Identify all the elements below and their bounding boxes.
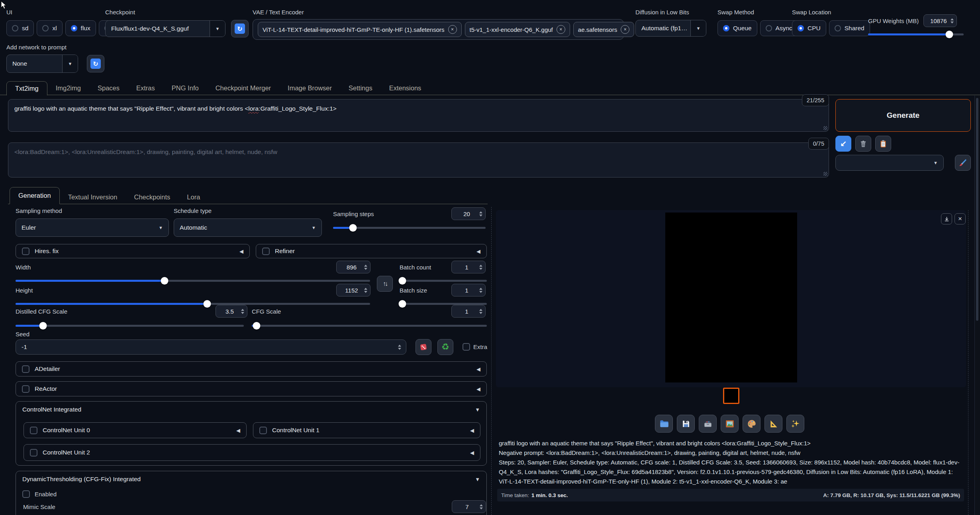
width-input[interactable]: 896 <box>336 261 370 273</box>
save-image-button[interactable] <box>677 415 695 433</box>
low-bits-dropdown[interactable]: Automatic (fp16 LoRA) ▼ <box>635 20 706 37</box>
open-folder-button[interactable] <box>655 415 673 433</box>
tab-txt2img[interactable]: Txt2img <box>6 81 47 96</box>
adetailer-checkbox[interactable] <box>22 365 29 373</box>
edit-styles-button[interactable] <box>955 155 971 171</box>
upscale-button[interactable] <box>786 415 804 433</box>
tab-textual-inversion[interactable]: Textual Inversion <box>60 190 126 204</box>
tab-img2img[interactable]: Img2img <box>47 81 89 95</box>
controlnet-unit1-checkbox[interactable] <box>259 427 267 434</box>
tab-checkpoints[interactable]: Checkpoints <box>125 190 178 204</box>
reactor-checkbox[interactable] <box>22 385 29 393</box>
checkpoint-dropdown[interactable]: Flux/flux1-dev-Q4_K_S.gguf ▼ <box>105 20 225 37</box>
save-zip-button[interactable] <box>699 415 717 433</box>
apply-styles-button[interactable] <box>875 136 891 152</box>
tab-extensions[interactable]: Extensions <box>381 81 430 95</box>
close-preview-button[interactable]: × <box>955 213 966 224</box>
controlnet-unit2-accordion[interactable]: ControlNet Unit 2 ◀ <box>24 444 480 461</box>
hires-fix-checkbox[interactable] <box>22 248 29 255</box>
prompt-textarea[interactable]: graffiti logo with an aquatic theme that… <box>8 99 829 132</box>
download-image-button[interactable] <box>941 213 952 224</box>
gpu-weights-input[interactable]: 10876 <box>923 14 957 27</box>
adetailer-accordion[interactable]: ADetailer ◀ <box>16 361 487 376</box>
spinner-icon[interactable] <box>364 265 367 270</box>
panel-resize-handle[interactable] <box>491 207 492 515</box>
hires-fix-accordion[interactable]: Hires. fix ◀ <box>16 244 250 258</box>
batch-size-input[interactable]: 1 <box>451 284 486 297</box>
schedule-type-dropdown[interactable]: Automatic ▼ <box>174 218 322 237</box>
remove-chip-icon[interactable]: × <box>448 25 457 34</box>
tab-png-info[interactable]: PNG Info <box>163 81 207 95</box>
tab-image-browser[interactable]: Image Browser <box>279 81 340 95</box>
height-input[interactable]: 1152 <box>336 284 370 297</box>
remove-chip-icon[interactable]: × <box>621 25 629 34</box>
cfg-scale-slider[interactable] <box>252 322 487 330</box>
enabled-checkbox[interactable] <box>22 490 30 498</box>
batch-count-input[interactable]: 1 <box>451 261 486 273</box>
tab-checkpoint-merger[interactable]: Checkpoint Merger <box>207 81 279 95</box>
seed-input[interactable]: -1 <box>16 339 406 355</box>
reuse-seed-button[interactable]: ♻ <box>437 339 453 355</box>
height-slider[interactable] <box>16 300 370 308</box>
swap-location-shared[interactable]: Shared <box>829 20 870 36</box>
spinner-icon[interactable] <box>479 309 482 314</box>
spinner-icon[interactable] <box>398 345 401 350</box>
mimic-scale-input[interactable]: 7 <box>452 500 486 513</box>
controlnet-unit2-checkbox[interactable] <box>30 449 37 456</box>
paste-params-button[interactable]: ↙ <box>835 136 851 152</box>
ui-option-xl[interactable]: xl <box>37 20 62 36</box>
refiner-accordion[interactable]: Refiner ◀ <box>256 244 487 258</box>
spinner-icon[interactable] <box>479 211 482 217</box>
distilled-cfg-slider[interactable] <box>16 322 244 330</box>
spinner-icon[interactable] <box>479 288 482 293</box>
gallery-thumbnail[interactable] <box>723 388 739 404</box>
cfg-scale-input[interactable]: 1 <box>451 305 486 318</box>
generate-button[interactable]: Generate <box>835 99 971 132</box>
gpu-weights-slider[interactable] <box>868 30 964 38</box>
network-refresh-button[interactable]: ↻ <box>87 55 104 72</box>
send-to-img2img-button[interactable] <box>721 415 739 433</box>
controlnet-unit0-checkbox[interactable] <box>30 427 37 434</box>
spinner-icon[interactable] <box>479 265 482 270</box>
controlnet-accordion-header[interactable]: ControlNet Integrated ▼ <box>16 402 486 417</box>
swap-location-cpu[interactable]: CPU <box>792 20 826 36</box>
scrollbar-thumb[interactable] <box>976 98 978 321</box>
spinner-icon[interactable] <box>951 18 954 23</box>
remove-chip-icon[interactable]: × <box>557 25 565 34</box>
generated-image[interactable] <box>665 213 797 382</box>
controlnet-unit1-accordion[interactable]: ControlNet Unit 1 ◀ <box>253 422 480 438</box>
extra-seed-checkbox[interactable] <box>463 343 470 351</box>
distilled-cfg-input[interactable]: 3.5 <box>216 305 247 318</box>
styles-dropdown[interactable]: ▼ <box>835 155 944 171</box>
spinner-icon[interactable] <box>480 504 483 509</box>
checkpoint-refresh-button[interactable]: ↻ <box>231 20 249 37</box>
add-network-dropdown[interactable]: None ▼ <box>6 55 78 73</box>
tab-spaces[interactable]: Spaces <box>89 81 128 95</box>
sampling-steps-input[interactable]: 20 <box>451 207 486 220</box>
send-to-extras-button[interactable] <box>764 415 782 433</box>
spinner-icon[interactable] <box>241 309 244 314</box>
tab-settings[interactable]: Settings <box>340 81 381 95</box>
reactor-accordion[interactable]: ReActor ◀ <box>16 381 487 396</box>
random-seed-button[interactable] <box>416 339 431 355</box>
ui-option-sd[interactable]: sd <box>6 20 34 36</box>
refiner-checkbox[interactable] <box>262 248 270 255</box>
vae-multiselect[interactable]: ViT-L-14-TEXT-detail-improved-hiT-GmP-TE… <box>253 19 624 40</box>
swap-method-queue[interactable]: Queue <box>717 20 757 36</box>
switch-dimensions-button[interactable]: ↑↓ <box>377 276 393 292</box>
clear-prompt-button[interactable] <box>855 136 871 152</box>
controlnet-unit0-accordion[interactable]: ControlNet Unit 0 ◀ <box>24 422 247 438</box>
panel-resize-handle[interactable] <box>968 210 968 515</box>
send-to-inpaint-button[interactable] <box>743 415 760 433</box>
tab-generation[interactable]: Generation <box>10 187 60 204</box>
ui-option-flux[interactable]: flux <box>65 20 96 36</box>
tab-lora[interactable]: Lora <box>178 190 208 204</box>
batch-count-slider[interactable] <box>400 277 487 285</box>
page-scrollbar[interactable] <box>974 96 980 515</box>
sampling-method-dropdown[interactable]: Euler ▼ <box>16 218 169 237</box>
tab-extras[interactable]: Extras <box>128 81 163 95</box>
sampling-steps-slider[interactable] <box>333 224 486 232</box>
negative-prompt-textarea[interactable]: <lora:BadDream:1>, <lora:UnrealisticDrea… <box>8 142 829 178</box>
dynamic-thresholding-header[interactable]: DynamicThresholding (CFG-Fix) Integrated… <box>16 471 486 487</box>
width-slider[interactable] <box>16 277 370 285</box>
